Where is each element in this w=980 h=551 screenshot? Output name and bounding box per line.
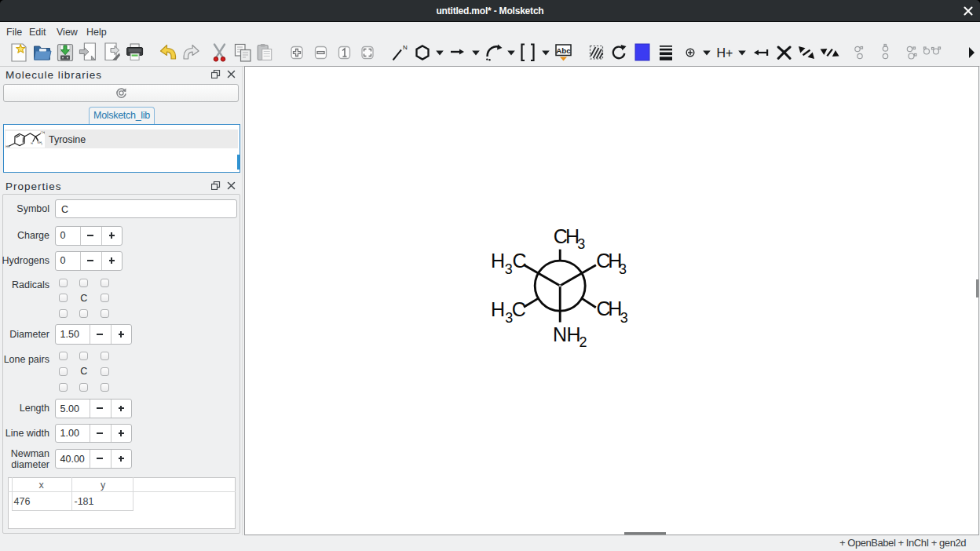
svg-text:H+: H+ <box>717 46 733 60</box>
svg-text:Abc: Abc <box>556 46 571 55</box>
svg-text:3: 3 <box>44 131 45 134</box>
svg-text:2: 2 <box>41 142 42 145</box>
svg-text:H: H <box>31 141 33 144</box>
svg-text:HO: HO <box>5 144 10 147</box>
svg-text:N: N <box>403 44 408 51</box>
